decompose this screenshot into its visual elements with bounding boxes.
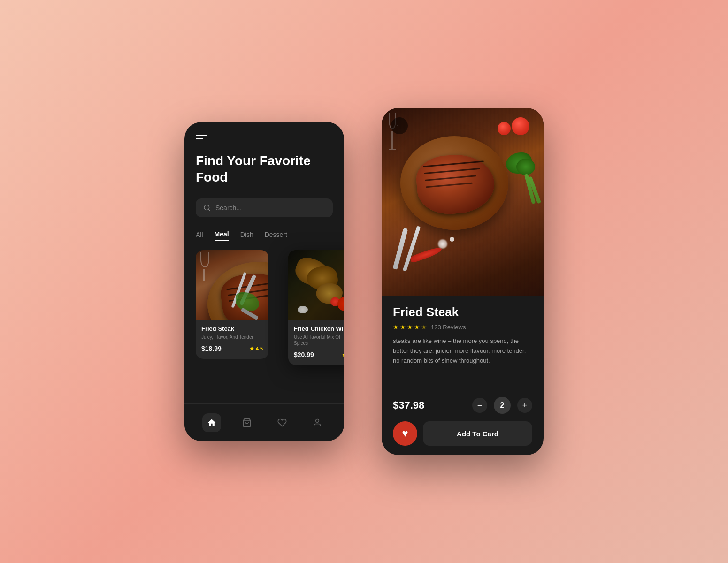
star-1: ★: [393, 323, 399, 331]
home-icon: [207, 418, 216, 427]
search-icon: [203, 204, 211, 212]
stars: ★ ★ ★ ★ ★: [393, 323, 427, 331]
category-tabs: All Meal Dish Dessert: [196, 230, 333, 241]
chicken-name: Fried Chicken Wings: [294, 325, 344, 332]
detail-title: Fried Steak: [393, 305, 532, 320]
add-to-cart-row: ♥ Add To Card: [393, 421, 532, 446]
menu-icon[interactable]: [196, 135, 207, 139]
back-arrow-icon: ←: [396, 122, 403, 130]
food-card-chicken[interactable]: Fried Chicken Wings Use A Flavorful Mix …: [288, 250, 344, 365]
chicken-card-image: [288, 250, 344, 320]
star-icon-2: ★: [342, 351, 344, 358]
nav-profile[interactable]: [308, 413, 327, 432]
star-5: ★: [421, 323, 427, 331]
star-4: ★: [414, 323, 420, 331]
steak-rating: ★ 4.5: [249, 345, 263, 352]
chicken-rating: ★ 4.1: [342, 351, 344, 358]
heart-icon: [277, 418, 287, 427]
detail-description: steaks are like wine – the more you spen…: [393, 336, 532, 389]
quantity-control: − 2 +: [472, 397, 532, 414]
bag-icon: [242, 418, 252, 427]
detail-content: Fried Steak ★ ★ ★ ★ ★ 123 Reviews steaks…: [382, 296, 544, 455]
svg-point-3: [315, 419, 319, 422]
rating-row: ★ ★ ★ ★ ★ 123 Reviews: [393, 323, 532, 331]
nav-bag[interactable]: [238, 413, 256, 432]
bottom-nav: [184, 403, 344, 441]
tab-dish[interactable]: Dish: [240, 231, 253, 240]
chicken-price: $20.99: [294, 351, 314, 358]
back-button[interactable]: ←: [391, 117, 408, 134]
quantity-display: 2: [494, 397, 511, 414]
svg-line-1: [208, 209, 210, 211]
search-bar[interactable]: Search...: [196, 198, 333, 217]
screen-detail: ← Fried Steak ★ ★ ★ ★ ★ 123 Reviews stea…: [382, 108, 544, 455]
quantity-value: 2: [500, 401, 505, 410]
steak-desc: Juicy, Flavor, And Tender: [201, 334, 263, 340]
steak-card-info: Fried Steak Juicy, Flavor, And Tender $1…: [196, 320, 268, 359]
add-to-cart-label: Add To Card: [457, 430, 498, 438]
food-card-steak[interactable]: Fried Steak Juicy, Flavor, And Tender $1…: [196, 250, 268, 359]
star-icon-1: ★: [249, 345, 254, 352]
food-cards: Fried Steak Juicy, Flavor, And Tender $1…: [196, 250, 333, 359]
search-placeholder: Search...: [215, 204, 242, 212]
chicken-desc: Use A Flavorful Mix Of Spices: [294, 334, 344, 346]
steak-rating-value: 4.5: [256, 346, 263, 351]
wine-glass-decoration: [198, 252, 210, 281]
quantity-minus-button[interactable]: −: [472, 398, 487, 413]
steak-name: Fried Steak: [201, 325, 263, 332]
chicken-price-row: $20.99 ★ 4.1: [294, 351, 344, 358]
steak-card-image: [196, 250, 268, 320]
favorite-button[interactable]: ♥: [393, 421, 417, 446]
screen-list: Find Your Favorite Food Search... All Me…: [184, 122, 344, 441]
tab-dessert[interactable]: Dessert: [265, 231, 287, 240]
detail-price: $37.98: [393, 399, 424, 411]
star-3: ★: [407, 323, 413, 331]
hero-title: Find Your Favorite Food: [196, 152, 333, 185]
minus-icon: −: [477, 401, 483, 411]
plus-icon: +: [522, 401, 528, 411]
chicken-card-info: Fried Chicken Wings Use A Flavorful Mix …: [288, 320, 344, 365]
nav-heart[interactable]: [273, 413, 291, 432]
star-2: ★: [400, 323, 406, 331]
add-to-cart-button[interactable]: Add To Card: [423, 421, 532, 446]
screens-container: Find Your Favorite Food Search... All Me…: [184, 108, 544, 455]
nav-home[interactable]: [202, 413, 221, 432]
tab-all[interactable]: All: [196, 231, 203, 240]
tab-meal[interactable]: Meal: [215, 230, 229, 241]
steak-price: $18.99: [201, 345, 222, 352]
steak-price-row: $18.99 ★ 4.5: [201, 345, 263, 352]
review-count: 123 Reviews: [431, 324, 466, 331]
price-quantity-row: $37.98 − 2 +: [393, 397, 532, 414]
detail-image-container: ←: [382, 108, 544, 296]
quantity-plus-button[interactable]: +: [517, 398, 532, 413]
heart-filled-icon: ♥: [402, 427, 408, 440]
profile-icon: [313, 418, 322, 427]
